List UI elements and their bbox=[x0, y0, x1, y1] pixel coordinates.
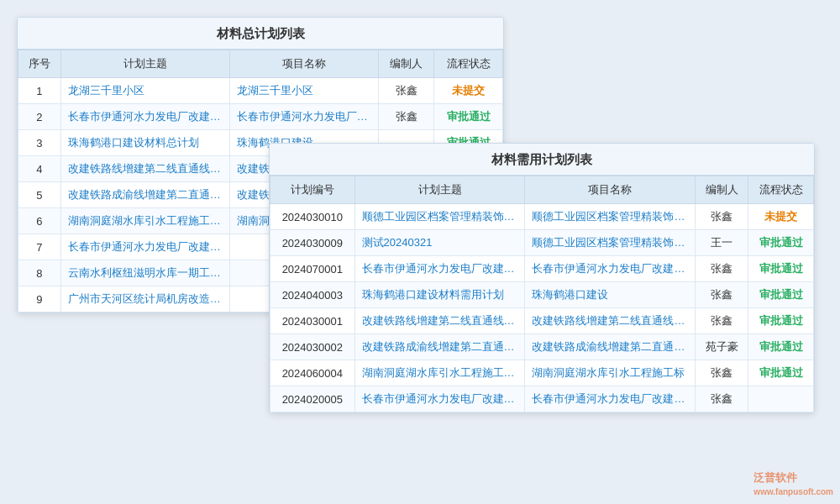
table1-header-row: 序号 计划主题 项目名称 编制人 流程状态 bbox=[18, 50, 503, 78]
table2-header-row: 计划编号 计划主题 项目名称 编制人 流程状态 bbox=[270, 176, 814, 204]
cell-status: 审批通过 bbox=[748, 308, 814, 334]
table2-col-project: 项目名称 bbox=[525, 176, 696, 204]
cell-project[interactable]: 长春市伊通河水力发电厂改建工程 bbox=[525, 256, 696, 282]
cell-editor: 张鑫 bbox=[696, 386, 748, 412]
cell-status: 审批通过 bbox=[748, 256, 814, 282]
cell-editor: 苑子豪 bbox=[696, 334, 748, 360]
table1-col-theme: 计划主题 bbox=[60, 50, 229, 78]
cell-code: 2024020005 bbox=[270, 386, 355, 412]
table-row: 2024030010 顺德工业园区档案管理精装饰工程（… 顺德工业园区档案管理精… bbox=[270, 204, 814, 230]
cell-theme[interactable]: 改建铁路成渝线增建第二直通线（成渝枢纽… bbox=[60, 182, 229, 208]
cell-status: 未提交 bbox=[748, 204, 814, 230]
cell-theme[interactable]: 广州市天河区统计局机房改造项目材料总计划 bbox=[60, 286, 229, 312]
cell-theme[interactable]: 顺德工业园区档案管理精装饰工程（… bbox=[354, 204, 525, 230]
cell-editor: 张鑫 bbox=[379, 104, 434, 130]
cell-code: 2024030001 bbox=[270, 308, 355, 334]
cell-status: 审批通过 bbox=[748, 360, 814, 386]
cell-theme[interactable]: 长春市伊通河水力发电厂改建工程材… bbox=[354, 386, 525, 412]
cell-editor: 张鑫 bbox=[696, 256, 748, 282]
cell-theme[interactable]: 珠海鹤港口建设材料总计划 bbox=[60, 130, 229, 156]
cell-theme[interactable]: 珠海鹤港口建设材料需用计划 bbox=[354, 282, 525, 308]
cell-code: 2024070001 bbox=[270, 256, 355, 282]
table-row: 2024070001 长春市伊通河水力发电厂改建工程合… 长春市伊通河水力发电厂… bbox=[270, 256, 814, 282]
table-row: 2024030001 改建铁路线增建第二线直通线（成都… 改建铁路线增建第二线直… bbox=[270, 308, 814, 334]
table2-col-theme: 计划主题 bbox=[354, 176, 525, 204]
cell-id: 2 bbox=[18, 104, 61, 130]
cell-project[interactable]: 长春市伊通河水力发电厂改建工程 bbox=[229, 104, 378, 130]
table-row: 2 长春市伊通河水力发电厂改建工程合同材料… 长春市伊通河水力发电厂改建工程 张… bbox=[18, 104, 503, 130]
cell-editor: 王一 bbox=[696, 230, 748, 256]
cell-code: 2024030010 bbox=[270, 204, 355, 230]
table-row: 2024020005 长春市伊通河水力发电厂改建工程材… 长春市伊通河水力发电厂… bbox=[270, 386, 814, 412]
cell-editor: 张鑫 bbox=[696, 282, 748, 308]
table1-title: 材料总计划列表 bbox=[18, 18, 503, 50]
cell-id: 4 bbox=[18, 156, 61, 182]
cell-theme[interactable]: 湖南洞庭湖水库引水工程施工标材料总计划 bbox=[60, 208, 229, 234]
cell-project[interactable]: 改建铁路线增建第二线直通线（成都… bbox=[525, 308, 696, 334]
cell-theme[interactable]: 龙湖三千里小区 bbox=[60, 78, 229, 104]
cell-id: 5 bbox=[18, 182, 61, 208]
cell-theme[interactable]: 改建铁路线增建第二线直通线（成都-西安）… bbox=[60, 156, 229, 182]
cell-theme[interactable]: 测试20240321 bbox=[354, 230, 525, 256]
table2-col-editor: 编制人 bbox=[696, 176, 748, 204]
cell-code: 2024030002 bbox=[270, 334, 355, 360]
cell-status: 未提交 bbox=[434, 78, 503, 104]
cell-status: 审批通过 bbox=[748, 334, 814, 360]
cell-status: 审批通过 bbox=[748, 230, 814, 256]
cell-status bbox=[748, 386, 814, 412]
cell-theme[interactable]: 长春市伊通河水力发电厂改建工程材料总计划 bbox=[60, 234, 229, 260]
watermark-url: www.fanpusoft.com bbox=[753, 487, 833, 496]
table2-col-code: 计划编号 bbox=[270, 176, 355, 204]
cell-id: 1 bbox=[18, 78, 61, 104]
cell-editor: 张鑫 bbox=[379, 78, 434, 104]
cell-theme[interactable]: 湖南洞庭湖水库引水工程施工标材… bbox=[354, 360, 525, 386]
cell-id: 6 bbox=[18, 208, 61, 234]
cell-id: 8 bbox=[18, 260, 61, 286]
table-row: 1 龙湖三千里小区 龙湖三千里小区 张鑫 未提交 bbox=[18, 78, 503, 104]
cell-project[interactable]: 顺德工业园区档案管理精装饰工程（… bbox=[525, 204, 696, 230]
table2-title: 材料需用计划列表 bbox=[270, 144, 814, 176]
cell-theme[interactable]: 改建铁路线增建第二线直通线（成都… bbox=[354, 308, 525, 334]
cell-id: 9 bbox=[18, 286, 61, 312]
cell-project[interactable]: 改建铁路成渝线增建第二直通线（成… bbox=[525, 334, 696, 360]
cell-project[interactable]: 珠海鹤港口建设 bbox=[525, 282, 696, 308]
cell-project[interactable]: 湖南洞庭湖水库引水工程施工标 bbox=[525, 360, 696, 386]
table2-col-status: 流程状态 bbox=[748, 176, 814, 204]
material-need-plan-table: 材料需用计划列表 计划编号 计划主题 项目名称 编制人 流程状态 2024030… bbox=[269, 143, 815, 413]
cell-project[interactable]: 长春市伊通河水力发电厂改建工程 bbox=[525, 386, 696, 412]
table-row: 2024030009 测试20240321 顺德工业园区档案管理精装饰工程（… … bbox=[270, 230, 814, 256]
cell-theme[interactable]: 改建铁路成渝线增建第二直通线（成… bbox=[354, 334, 525, 360]
table-row: 2024040003 珠海鹤港口建设材料需用计划 珠海鹤港口建设 张鑫 审批通过 bbox=[270, 282, 814, 308]
table1-col-id: 序号 bbox=[18, 50, 61, 78]
cell-code: 2024040003 bbox=[270, 282, 355, 308]
cell-theme[interactable]: 长春市伊通河水力发电厂改建工程合… bbox=[354, 256, 525, 282]
watermark-icon: 泛普软件 bbox=[753, 471, 797, 484]
table1-col-status: 流程状态 bbox=[434, 50, 503, 78]
cell-code: 2024030009 bbox=[270, 230, 355, 256]
cell-status: 审批通过 bbox=[434, 104, 503, 130]
cell-code: 2024060004 bbox=[270, 360, 355, 386]
cell-status: 审批通过 bbox=[748, 282, 814, 308]
cell-id: 7 bbox=[18, 234, 61, 260]
cell-project[interactable]: 龙湖三千里小区 bbox=[229, 78, 378, 104]
cell-editor: 张鑫 bbox=[696, 308, 748, 334]
cell-theme[interactable]: 长春市伊通河水力发电厂改建工程合同材料… bbox=[60, 104, 229, 130]
cell-theme[interactable]: 云南水利枢纽滋明水库一期工程施工标材料… bbox=[60, 260, 229, 286]
cell-id: 3 bbox=[18, 130, 61, 156]
cell-editor: 张鑫 bbox=[696, 360, 748, 386]
table-row: 2024030002 改建铁路成渝线增建第二直通线（成… 改建铁路成渝线增建第二… bbox=[270, 334, 814, 360]
table1-col-project: 项目名称 bbox=[229, 50, 378, 78]
cell-project[interactable]: 顺德工业园区档案管理精装饰工程（… bbox=[525, 230, 696, 256]
table1-col-editor: 编制人 bbox=[379, 50, 434, 78]
table-row: 2024060004 湖南洞庭湖水库引水工程施工标材… 湖南洞庭湖水库引水工程施… bbox=[270, 360, 814, 386]
watermark: 泛普软件 www.fanpusoft.com bbox=[753, 470, 833, 497]
cell-editor: 张鑫 bbox=[696, 204, 748, 230]
